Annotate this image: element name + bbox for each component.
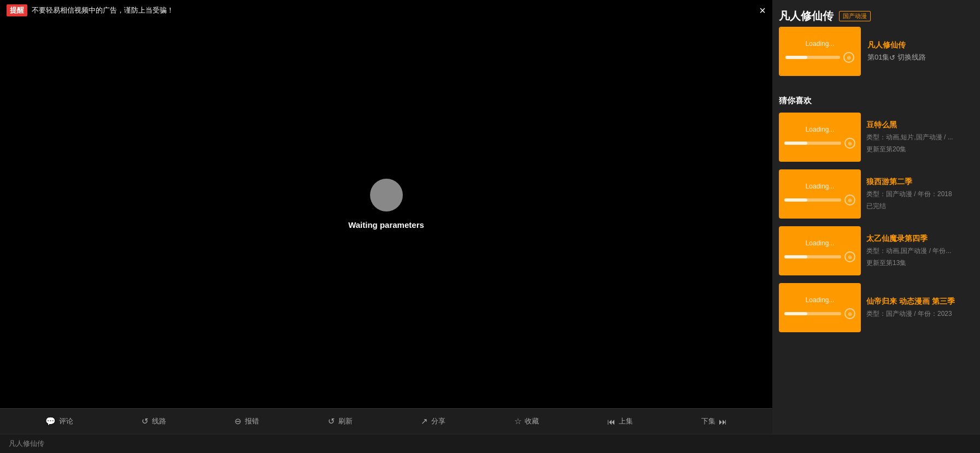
rec-thumb-bg-1: Loading... ⊕ — [779, 169, 861, 219]
share-icon: ↗ — [421, 416, 428, 426]
report-button[interactable]: ⊖ 报错 — [234, 416, 259, 426]
current-thumb: Loading... ⊕ — [779, 27, 861, 76]
rec-meta1-2: 类型：动画,国产动漫 / 年份... — [866, 246, 973, 256]
route-icon: ↺ — [142, 416, 149, 426]
rec-thumb-bg-0: Loading... ⊕ — [779, 113, 861, 162]
waiting-text: Waiting parameters — [348, 220, 424, 230]
warning-badge: 提醒 — [7, 4, 27, 16]
rec-item-3: Loading... ⊕ 仙帝归来 动态漫画 第三季 类型：国产动漫 / 年份：… — [779, 283, 973, 332]
rec-info-0: 豆特么黑 类型：动画,短片,国产动漫 / ... 更新至第20集 — [866, 113, 973, 162]
sidebar: 凡人修仙传 国产动漫 Loading... ⊕ — [772, 0, 980, 434]
video-content: Waiting parameters — [0, 0, 772, 408]
page-footer: 凡人修仙传 — [0, 434, 980, 453]
sidebar-title-row: 凡人修仙传 国产动漫 — [779, 9, 973, 23]
rec-info-2: 太乙仙魔录第四季 类型：动画,国产动漫 / 年份... 更新至第13集 — [866, 226, 973, 275]
rec-title-3[interactable]: 仙帝归来 动态漫画 第三季 — [866, 297, 973, 307]
report-label: 报错 — [245, 416, 259, 426]
loading-circle-icon: ⊕ — [843, 52, 854, 63]
loading-bar-bg — [785, 56, 840, 59]
rec-loading-0: Loading... — [806, 126, 835, 133]
rec-item-2: Loading... ⊕ 太乙仙魔录第四季 类型：动画,国产动漫 / 年份...… — [779, 226, 973, 275]
rec-meta1-3: 类型：国产动漫 / 年份：2023 — [866, 309, 973, 319]
loading-spinner — [370, 179, 403, 211]
rec-bar-row-3: ⊕ — [779, 308, 861, 319]
prev-label: 上集 — [619, 416, 633, 426]
rec-info-1: 狼西游第二季 类型：国产动漫 / 年份：2018 已完结 — [866, 169, 973, 219]
rec-loading-3: Loading... — [806, 296, 835, 304]
rec-meta2-2: 更新至第13集 — [866, 258, 973, 268]
route-label: 线路 — [152, 416, 166, 426]
footer-text: 凡人修仙传 — [9, 439, 44, 448]
recommend-section-title: 猜你喜欢 — [779, 96, 973, 106]
player-controls: 💬 评论 ↺ 线路 ⊖ 报错 ↺ 刷新 ↗ 分享 ☆ 收藏 — [0, 408, 772, 434]
current-episode-info: 凡人修仙传 第01集 ↺ 切换线路 — [867, 27, 926, 76]
current-episode: 第01集 — [867, 52, 889, 62]
switch-line-label: 切换线路 — [897, 52, 926, 62]
collect-icon: ☆ — [514, 416, 521, 426]
loading-bar-fill — [785, 56, 807, 59]
rec-meta1-0: 类型：动画,短片,国产动漫 / ... — [866, 132, 973, 142]
current-info: Loading... ⊕ 凡人修仙传 第01集 — [779, 27, 973, 87]
prev-icon: ⏮ — [607, 417, 615, 426]
current-loading-text: Loading... — [806, 40, 835, 48]
player-area: 提醒 不要轻易相信视频中的广告，谨防上当受骗！ × Waiting parame… — [0, 0, 772, 434]
next-icon: ⏭ — [719, 417, 727, 426]
rec-bar-row-2: ⊕ — [779, 251, 861, 262]
current-title: 凡人修仙传 — [867, 40, 926, 50]
rec-item-0: Loading... ⊕ 豆特么黑 类型：动画,短片,国产动漫 / ... 更新… — [779, 113, 973, 162]
current-loading-bar-row: ⊕ — [780, 52, 860, 63]
report-icon: ⊖ — [234, 416, 242, 426]
rec-title-2[interactable]: 太乙仙魔录第四季 — [866, 234, 973, 244]
comment-button[interactable]: 💬 评论 — [45, 416, 73, 426]
rec-meta2-0: 更新至第20集 — [866, 144, 973, 154]
rec-title-0[interactable]: 豆特么黑 — [866, 120, 973, 130]
warning-text: 不要轻易相信视频中的广告，谨防上当受骗！ — [32, 5, 174, 15]
rec-thumb-3: Loading... ⊕ — [779, 283, 861, 332]
rec-thumb-bg-2: Loading... ⊕ — [779, 226, 861, 275]
sidebar-main-title: 凡人修仙传 — [779, 9, 834, 23]
collect-button[interactable]: ☆ 收藏 — [514, 416, 539, 426]
collect-label: 收藏 — [525, 416, 539, 426]
rec-title-1[interactable]: 狼西游第二季 — [866, 177, 973, 187]
switch-line-button[interactable]: ↺ 切换线路 — [889, 52, 926, 62]
comment-label: 评论 — [59, 416, 73, 426]
share-label: 分享 — [431, 416, 445, 426]
current-thumb-bg: Loading... ⊕ — [780, 28, 860, 75]
rec-loading-1: Loading... — [806, 183, 835, 190]
rec-bar-row-1: ⊕ — [779, 195, 861, 205]
tag-badge: 国产动漫 — [839, 11, 871, 21]
rec-meta1-1: 类型：国产动漫 / 年份：2018 — [866, 189, 973, 199]
rec-thumb-2: Loading... ⊕ — [779, 226, 861, 275]
rec-item-1: Loading... ⊕ 狼西游第二季 类型：国产动漫 / 年份：2018 已完… — [779, 169, 973, 219]
refresh-icon: ↺ — [328, 416, 335, 426]
warning-banner: 提醒 不要轻易相信视频中的广告，谨防上当受骗！ × — [0, 0, 772, 21]
share-button[interactable]: ↗ 分享 — [421, 416, 445, 426]
close-warning-button[interactable]: × — [759, 5, 766, 16]
route-button[interactable]: ↺ 线路 — [142, 416, 166, 426]
refresh-label: 刷新 — [338, 416, 353, 426]
rec-loading-2: Loading... — [806, 239, 835, 247]
refresh-button[interactable]: ↺ 刷新 — [328, 416, 353, 426]
rec-thumb-1: Loading... ⊕ — [779, 169, 861, 219]
switch-line-icon: ↺ — [889, 54, 895, 62]
rec-thumb-bg-3: Loading... ⊕ — [779, 283, 861, 332]
current-thumb-row: Loading... ⊕ 凡人修仙传 第01集 — [779, 27, 926, 76]
rec-bar-row-0: ⊕ — [779, 138, 861, 149]
rec-info-3: 仙帝归来 动态漫画 第三季 类型：国产动漫 / 年份：2023 — [866, 283, 973, 332]
next-label: 下集 — [701, 416, 715, 426]
rec-thumb-0: Loading... ⊕ — [779, 113, 861, 162]
prev-button[interactable]: ⏮ 上集 — [607, 416, 633, 426]
rec-meta2-1: 已完结 — [866, 201, 973, 211]
next-button[interactable]: 下集 ⏭ — [701, 416, 727, 426]
comment-icon: 💬 — [45, 416, 56, 426]
